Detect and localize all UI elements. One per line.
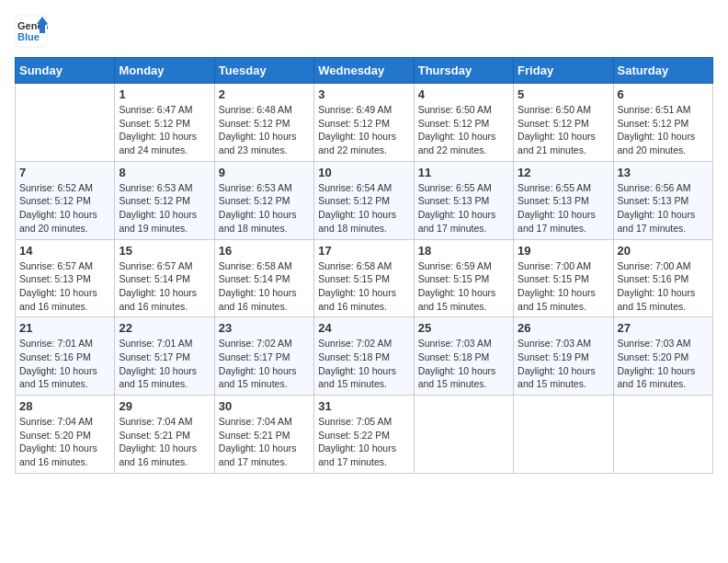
day-cell: 1Sunrise: 6:47 AM Sunset: 5:12 PM Daylig… (115, 84, 214, 162)
day-number: 1 (119, 87, 210, 101)
calendar-header: SundayMondayTuesdayWednesdayThursdayFrid… (16, 58, 713, 84)
svg-text:Blue: Blue (17, 31, 40, 42)
day-info: Sunrise: 7:00 AM Sunset: 5:15 PM Dayligh… (518, 259, 609, 314)
day-cell: 18Sunrise: 6:59 AM Sunset: 5:15 PM Dayli… (414, 239, 513, 317)
day-info: Sunrise: 6:54 AM Sunset: 5:12 PM Dayligh… (318, 181, 409, 236)
week-row-1: 1Sunrise: 6:47 AM Sunset: 5:12 PM Daylig… (16, 84, 713, 162)
day-cell: 9Sunrise: 6:53 AM Sunset: 5:12 PM Daylig… (214, 161, 313, 239)
day-cell: 7Sunrise: 6:52 AM Sunset: 5:12 PM Daylig… (16, 161, 115, 239)
day-info: Sunrise: 6:55 AM Sunset: 5:13 PM Dayligh… (518, 181, 609, 236)
logo: General Blue (15, 15, 48, 48)
day-number: 26 (518, 321, 609, 335)
day-info: Sunrise: 7:03 AM Sunset: 5:20 PM Dayligh… (618, 337, 709, 391)
day-cell: 17Sunrise: 6:58 AM Sunset: 5:15 PM Dayli… (314, 239, 414, 317)
day-cell: 23Sunrise: 7:02 AM Sunset: 5:17 PM Dayli… (214, 317, 313, 396)
day-info: Sunrise: 7:05 AM Sunset: 5:22 PM Dayligh… (318, 415, 409, 469)
day-cell: 25Sunrise: 7:03 AM Sunset: 5:18 PM Dayli… (414, 317, 513, 396)
day-info: Sunrise: 6:56 AM Sunset: 5:13 PM Dayligh… (618, 181, 709, 236)
day-cell: 5Sunrise: 6:50 AM Sunset: 5:12 PM Daylig… (514, 84, 613, 162)
day-info: Sunrise: 6:50 AM Sunset: 5:12 PM Dayligh… (518, 103, 609, 157)
header-cell-thursday: Thursday (414, 58, 513, 84)
day-number: 28 (19, 399, 110, 413)
header-cell-saturday: Saturday (613, 58, 712, 84)
day-cell: 27Sunrise: 7:03 AM Sunset: 5:20 PM Dayli… (613, 317, 712, 396)
day-info: Sunrise: 6:58 AM Sunset: 5:14 PM Dayligh… (219, 259, 310, 314)
day-info: Sunrise: 6:49 AM Sunset: 5:12 PM Dayligh… (318, 103, 409, 157)
day-cell: 20Sunrise: 7:00 AM Sunset: 5:16 PM Dayli… (613, 239, 712, 317)
day-number: 8 (119, 166, 210, 179)
day-number: 18 (418, 244, 509, 258)
day-number: 5 (518, 87, 609, 101)
day-number: 30 (219, 399, 310, 413)
day-info: Sunrise: 6:51 AM Sunset: 5:12 PM Dayligh… (618, 103, 709, 157)
day-number: 25 (418, 321, 509, 335)
day-number: 27 (618, 321, 709, 335)
day-number: 21 (19, 321, 110, 335)
day-info: Sunrise: 6:57 AM Sunset: 5:13 PM Dayligh… (19, 259, 110, 314)
day-info: Sunrise: 7:04 AM Sunset: 5:20 PM Dayligh… (19, 415, 110, 469)
day-cell: 12Sunrise: 6:55 AM Sunset: 5:13 PM Dayli… (514, 161, 613, 239)
day-info: Sunrise: 6:53 AM Sunset: 5:12 PM Dayligh… (119, 181, 210, 236)
logo-svg: General Blue (15, 15, 48, 48)
day-number: 11 (418, 166, 509, 179)
day-cell: 11Sunrise: 6:55 AM Sunset: 5:13 PM Dayli… (414, 161, 513, 239)
week-row-3: 14Sunrise: 6:57 AM Sunset: 5:13 PM Dayli… (16, 239, 713, 317)
day-cell: 22Sunrise: 7:01 AM Sunset: 5:17 PM Dayli… (115, 317, 214, 396)
day-number: 7 (19, 166, 110, 179)
day-cell (514, 396, 613, 474)
day-cell: 15Sunrise: 6:57 AM Sunset: 5:14 PM Dayli… (115, 239, 214, 317)
day-cell: 6Sunrise: 6:51 AM Sunset: 5:12 PM Daylig… (613, 84, 712, 162)
day-info: Sunrise: 7:04 AM Sunset: 5:21 PM Dayligh… (119, 415, 210, 469)
day-number: 22 (119, 321, 210, 335)
day-number: 19 (518, 244, 609, 258)
day-info: Sunrise: 7:01 AM Sunset: 5:17 PM Dayligh… (119, 337, 210, 391)
day-cell (613, 396, 712, 474)
day-number: 3 (318, 87, 409, 101)
day-number: 4 (418, 87, 509, 101)
day-cell: 13Sunrise: 6:56 AM Sunset: 5:13 PM Dayli… (613, 161, 712, 239)
day-number: 9 (219, 166, 310, 179)
day-info: Sunrise: 6:48 AM Sunset: 5:12 PM Dayligh… (219, 103, 310, 157)
day-info: Sunrise: 7:02 AM Sunset: 5:17 PM Dayligh… (219, 337, 310, 391)
day-cell: 14Sunrise: 6:57 AM Sunset: 5:13 PM Dayli… (16, 239, 115, 317)
day-number: 15 (119, 244, 210, 258)
day-number: 20 (618, 244, 709, 258)
week-row-5: 28Sunrise: 7:04 AM Sunset: 5:20 PM Dayli… (16, 396, 713, 474)
day-number: 2 (219, 87, 310, 101)
day-info: Sunrise: 7:01 AM Sunset: 5:16 PM Dayligh… (19, 337, 110, 391)
day-number: 10 (318, 166, 409, 179)
day-info: Sunrise: 6:53 AM Sunset: 5:12 PM Dayligh… (219, 181, 310, 236)
day-cell: 10Sunrise: 6:54 AM Sunset: 5:12 PM Dayli… (314, 161, 414, 239)
day-info: Sunrise: 7:03 AM Sunset: 5:19 PM Dayligh… (518, 337, 609, 391)
day-number: 17 (318, 244, 409, 258)
day-cell: 19Sunrise: 7:00 AM Sunset: 5:15 PM Dayli… (514, 239, 613, 317)
day-number: 6 (618, 87, 709, 101)
page-header: General Blue (15, 15, 713, 48)
day-cell: 30Sunrise: 7:04 AM Sunset: 5:21 PM Dayli… (214, 396, 313, 474)
day-info: Sunrise: 6:55 AM Sunset: 5:13 PM Dayligh… (418, 181, 509, 236)
day-number: 16 (219, 244, 310, 258)
day-cell: 4Sunrise: 6:50 AM Sunset: 5:12 PM Daylig… (414, 84, 513, 162)
day-info: Sunrise: 7:04 AM Sunset: 5:21 PM Dayligh… (219, 415, 310, 469)
header-cell-tuesday: Tuesday (214, 58, 313, 84)
day-number: 23 (219, 321, 310, 335)
day-info: Sunrise: 7:03 AM Sunset: 5:18 PM Dayligh… (418, 337, 509, 391)
day-cell (16, 84, 115, 162)
calendar-table: SundayMondayTuesdayWednesdayThursdayFrid… (15, 57, 713, 474)
header-cell-sunday: Sunday (16, 58, 115, 84)
header-cell-friday: Friday (514, 58, 613, 84)
day-cell: 16Sunrise: 6:58 AM Sunset: 5:14 PM Dayli… (214, 239, 313, 317)
day-cell: 26Sunrise: 7:03 AM Sunset: 5:19 PM Dayli… (514, 317, 613, 396)
week-row-2: 7Sunrise: 6:52 AM Sunset: 5:12 PM Daylig… (16, 161, 713, 239)
day-info: Sunrise: 6:57 AM Sunset: 5:14 PM Dayligh… (119, 259, 210, 314)
day-number: 29 (119, 399, 210, 413)
day-cell: 29Sunrise: 7:04 AM Sunset: 5:21 PM Dayli… (115, 396, 214, 474)
day-number: 13 (618, 166, 709, 179)
day-cell (414, 396, 513, 474)
day-info: Sunrise: 7:00 AM Sunset: 5:16 PM Dayligh… (618, 259, 709, 314)
day-info: Sunrise: 6:50 AM Sunset: 5:12 PM Dayligh… (418, 103, 509, 157)
day-info: Sunrise: 6:59 AM Sunset: 5:15 PM Dayligh… (418, 259, 509, 314)
day-cell: 28Sunrise: 7:04 AM Sunset: 5:20 PM Dayli… (16, 396, 115, 474)
header-cell-wednesday: Wednesday (314, 58, 414, 84)
calendar-body: 1Sunrise: 6:47 AM Sunset: 5:12 PM Daylig… (16, 84, 713, 474)
